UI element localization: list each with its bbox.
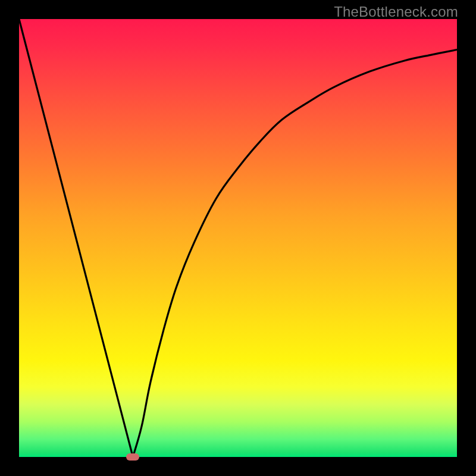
chart-frame: TheBottleneck.com bbox=[0, 0, 476, 476]
bottleneck-curve bbox=[19, 19, 457, 457]
plot-area bbox=[19, 19, 457, 457]
optimum-marker bbox=[126, 453, 139, 461]
watermark-text: TheBottleneck.com bbox=[334, 4, 458, 20]
